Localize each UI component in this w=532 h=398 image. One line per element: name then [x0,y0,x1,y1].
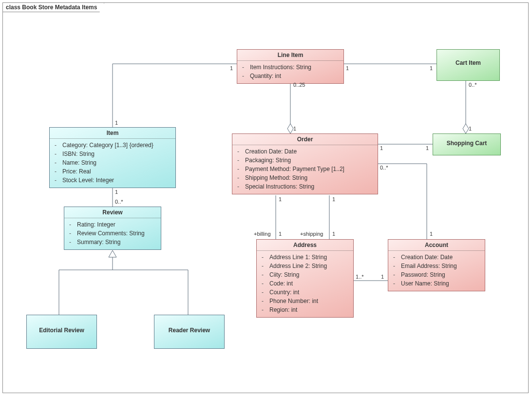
class-title: Account [388,240,485,251]
class-cart-item: Cart Item [437,49,500,81]
mult: 1 [279,231,282,237]
class-account: Account -Creation Date: Date -Email Addr… [388,239,485,291]
mult: 1..* [356,274,364,280]
frame-title: class Book Store Metadata Items [2,2,104,12]
mult: 0..* [380,165,388,171]
class-attrs: -Creation Date: Date -Packaging: String … [232,145,378,194]
mult: 1 [426,145,429,151]
diagram-frame: class Book Store Metadata Items [2,2,529,393]
class-item: Item -Category: Category [1..3] {ordered… [49,127,176,188]
mult: 1 [293,126,296,132]
mult: 1 [430,65,433,71]
class-editorial-review: Editorial Review [26,315,97,349]
mult: 1 [230,65,233,71]
mult: 1 [381,274,384,280]
class-attrs: -Item Instructions: String -Quantity: in… [237,61,343,83]
class-line-item: Line Item -Item Instructions: String -Qu… [237,49,344,84]
svg-marker-2 [109,250,116,257]
mult: 1 [380,145,383,151]
mult: 1 [332,196,335,202]
class-shopping-cart: Shopping Cart [433,133,501,155]
uml-class-diagram: class Book Store Metadata Items [0,0,532,398]
class-title: Item [50,128,175,139]
mult: 0..25 [293,82,305,88]
class-title: Order [232,134,378,145]
role: +billing [254,231,271,237]
mult: 1 [115,120,118,126]
mult: 0..* [115,199,123,205]
class-reader-review: Reader Review [154,315,225,349]
class-attrs: -Rating: Integer -Review Comments: Strin… [64,218,161,249]
class-title: Cart Item [437,50,499,68]
class-title: Reader Review [154,315,224,336]
class-title: Review [64,207,161,218]
class-title: Line Item [237,50,343,61]
mult: 1 [279,196,282,202]
svg-marker-1 [463,124,469,133]
class-attrs: -Address Line 1: String -Address Line 2:… [257,251,353,317]
mult: 1 [332,231,335,237]
mult: 1 [346,65,349,71]
class-title: Address [257,240,353,251]
role: +shipping [300,231,323,237]
class-address: Address -Address Line 1: String -Address… [256,239,354,318]
class-order: Order -Creation Date: Date -Packaging: S… [232,133,378,194]
mult: 1 [430,231,433,237]
mult: 1 [469,126,472,132]
class-review: Review -Rating: Integer -Review Comments… [64,207,161,250]
mult: 0..* [469,82,477,88]
class-title: Editorial Review [27,315,96,336]
class-attrs: -Category: Category [1..3] {ordered} -IS… [50,139,175,188]
class-attrs: -Creation Date: Date -Email Address: Str… [388,251,485,291]
svg-marker-0 [287,124,293,133]
class-title: Shopping Cart [433,134,500,149]
mult: 1 [115,189,118,195]
